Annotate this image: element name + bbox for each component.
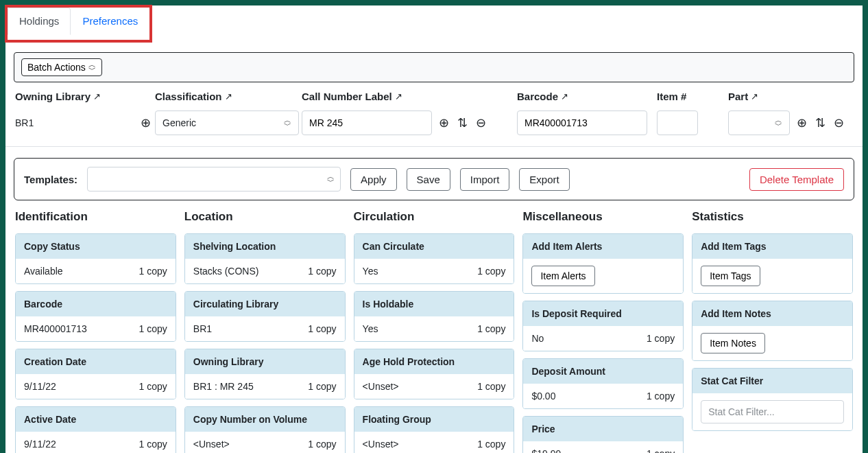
card-label: Barcode xyxy=(16,292,176,316)
add-owning-library-button[interactable]: ⊕ xyxy=(139,114,152,132)
section-statistics: Statistics Add Item Tags Item Tags Add I… xyxy=(692,207,853,453)
cn-add-button[interactable]: ⊕ xyxy=(437,114,450,132)
export-button[interactable]: Export xyxy=(519,168,569,191)
item-tags-button[interactable]: Item Tags xyxy=(701,266,760,286)
card-label: Deposit Amount xyxy=(523,359,683,384)
card-add-item-tags: Add Item Tags Item Tags xyxy=(692,233,853,294)
item-alerts-button[interactable]: Item Alerts xyxy=(531,266,594,286)
card-shelving-location[interactable]: Shelving Location Stacks (CONS)1 copy xyxy=(184,233,346,284)
item-notes-button[interactable]: Item Notes xyxy=(701,333,765,353)
section-title-location: Location xyxy=(184,207,346,226)
import-button[interactable]: Import xyxy=(460,168,510,191)
card-copy-number[interactable]: Copy Number on Volume <Unset>1 copy xyxy=(184,406,346,453)
part-add-button[interactable]: ⊕ xyxy=(795,114,808,132)
plus-circle-icon: ⊕ xyxy=(141,115,151,130)
copy-count: 1 copy xyxy=(477,266,505,277)
chevron-updown-icon: ︿﹀ xyxy=(88,62,96,72)
copy-count: 1 copy xyxy=(477,323,505,334)
barcode-cell xyxy=(517,111,654,135)
arrow-ne-icon: ↗ xyxy=(225,91,232,102)
stat-cat-filter-input[interactable] xyxy=(701,400,844,423)
cn-remove-button[interactable]: ⊖ xyxy=(474,114,487,132)
card-value: <Unset> xyxy=(193,439,230,450)
card-age-hold-protection[interactable]: Age Hold Protection <Unset>1 copy xyxy=(354,349,515,399)
tab-holdings[interactable]: Holdings xyxy=(8,8,71,35)
batch-actions-bar: Batch Actions ︿﹀ xyxy=(14,52,854,82)
call-number-cell: ⊕ ⇅ ⊖ xyxy=(302,111,514,135)
arrow-ne-icon: ↗ xyxy=(395,91,402,102)
card-owning-library[interactable]: Owning Library BR1 : MR 2451 copy xyxy=(184,349,346,399)
card-label: Copy Status xyxy=(16,234,176,259)
hdr-barcode[interactable]: Barcode ↗ xyxy=(517,91,654,102)
card-add-item-notes: Add Item Notes Item Notes xyxy=(692,301,853,361)
chevron-updown-icon: ︿﹀ xyxy=(775,118,782,128)
section-miscellaneous: Miscellaneous Add Item Alerts Item Alert… xyxy=(522,207,684,453)
card-deposit-amount[interactable]: Deposit Amount $0.001 copy xyxy=(522,358,684,409)
card-price[interactable]: Price $19.991 copy xyxy=(522,416,684,453)
copy-count: 1 copy xyxy=(308,323,336,334)
section-title-misc: Miscellaneous xyxy=(522,207,684,226)
card-label: Copy Number on Volume xyxy=(185,407,345,432)
section-title-stats: Statistics xyxy=(692,207,853,226)
section-circulation: Circulation Can Circulate Yes1 copy Is H… xyxy=(354,207,515,453)
tabs-highlight-box: Holdings Preferences xyxy=(5,5,152,43)
card-label: Shelving Location xyxy=(185,234,345,259)
copy-count: 1 copy xyxy=(477,439,505,450)
card-floating-group[interactable]: Floating Group <Unset>1 copy xyxy=(354,406,515,453)
card-creation-date[interactable]: Creation Date 9/11/221 copy xyxy=(15,349,176,399)
copy-count: 1 copy xyxy=(308,381,336,392)
section-identification: Identification Copy Status Available1 co… xyxy=(15,207,176,453)
templates-label: Templates: xyxy=(24,174,77,185)
tabs-container: Holdings Preferences xyxy=(8,8,149,34)
card-copy-status[interactable]: Copy Status Available1 copy xyxy=(15,233,176,284)
card-can-circulate[interactable]: Can Circulate Yes1 copy xyxy=(354,233,515,284)
call-number-input[interactable] xyxy=(302,111,432,135)
tab-preferences[interactable]: Preferences xyxy=(71,8,149,34)
cn-sort-button[interactable]: ⇅ xyxy=(456,114,469,132)
classification-value: Generic xyxy=(162,117,196,128)
hdr-owning-library-label: Owning Library xyxy=(15,91,91,102)
card-value: MR400001713 xyxy=(24,323,87,334)
card-add-item-alerts: Add Item Alerts Item Alerts xyxy=(522,233,684,294)
card-label: Can Circulate xyxy=(354,234,514,259)
hdr-part-label: Part xyxy=(728,91,748,102)
card-label: Stat Cat Filter xyxy=(692,369,852,393)
card-value: 9/11/22 xyxy=(24,439,56,450)
card-barcode[interactable]: Barcode MR4000017131 copy xyxy=(15,291,176,342)
minus-circle-icon: ⊖ xyxy=(834,115,844,130)
part-cell: ︿﹀ ⊕ ⇅ ⊖ xyxy=(728,111,865,135)
hdr-barcode-label: Barcode xyxy=(517,91,558,102)
hdr-part[interactable]: Part ↗ xyxy=(728,91,865,102)
hdr-call-number[interactable]: Call Number Label ↗ xyxy=(302,91,514,102)
part-sort-button[interactable]: ⇅ xyxy=(814,114,827,132)
card-label: Add Item Tags xyxy=(692,234,852,259)
card-active-date[interactable]: Active Date 9/11/221 copy xyxy=(15,406,176,453)
save-button[interactable]: Save xyxy=(407,168,450,191)
hdr-owning-library[interactable]: Owning Library ↗ xyxy=(15,91,152,102)
part-remove-button[interactable]: ⊖ xyxy=(832,114,845,132)
apply-button[interactable]: Apply xyxy=(350,168,397,191)
delete-template-button[interactable]: Delete Template xyxy=(749,168,844,191)
card-value: Available xyxy=(24,266,63,277)
copy-count: 1 copy xyxy=(139,439,167,450)
batch-actions-label: Batch Actions xyxy=(27,62,86,73)
templates-select[interactable]: ︿﹀ xyxy=(87,167,341,191)
arrow-ne-icon: ↗ xyxy=(93,91,101,102)
item-num-input[interactable] xyxy=(657,111,698,135)
owning-library-value: BR1 xyxy=(15,117,34,128)
card-is-deposit-required[interactable]: Is Deposit Required No1 copy xyxy=(522,301,684,351)
card-is-holdable[interactable]: Is Holdable Yes1 copy xyxy=(354,291,515,342)
holdings-row: BR1 ⊕ Generic ︿﹀ ⊕ ⇅ ⊖ ︿﹀ ⊕ ⇅ ⊖ xyxy=(5,106,863,147)
arrow-ne-icon: ↗ xyxy=(561,91,568,102)
hdr-classification[interactable]: Classification ↗ xyxy=(155,91,299,102)
card-circulating-library[interactable]: Circulating Library BR11 copy xyxy=(184,291,346,342)
copy-count: 1 copy xyxy=(647,448,675,453)
hdr-call-number-label: Call Number Label xyxy=(302,91,392,102)
batch-actions-button[interactable]: Batch Actions ︿﹀ xyxy=(21,58,102,76)
classification-select[interactable]: Generic ︿﹀ xyxy=(155,111,299,135)
chevron-updown-icon: ︿﹀ xyxy=(284,118,291,128)
barcode-input[interactable] xyxy=(517,111,647,135)
minus-circle-icon: ⊖ xyxy=(476,115,486,130)
card-label: Is Holdable xyxy=(354,292,514,316)
part-select[interactable]: ︿﹀ xyxy=(728,111,790,135)
